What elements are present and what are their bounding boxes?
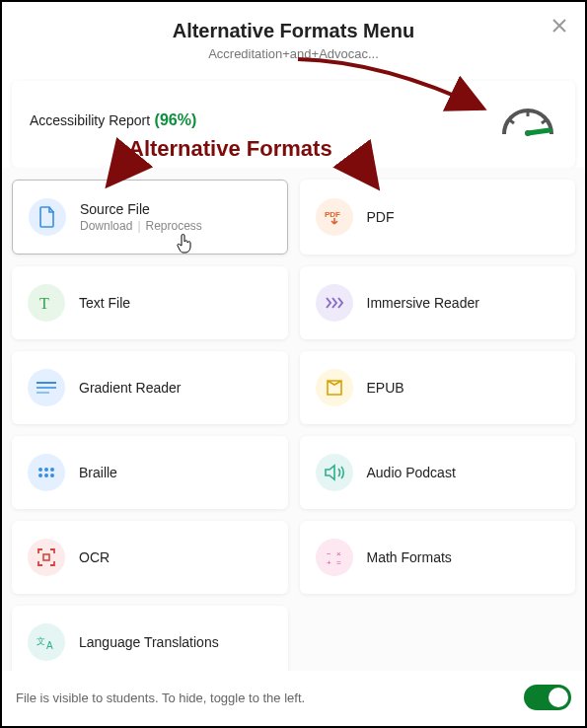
format-pdf[interactable]: PDF PDF <box>300 180 576 255</box>
svg-text:×: × <box>336 549 341 558</box>
format-label: PDF <box>367 209 395 225</box>
format-language-translations[interactable]: 文A Language Translations <box>12 606 288 679</box>
format-label: EPUB <box>367 380 404 396</box>
svg-text:文: 文 <box>37 636 45 646</box>
format-ocr[interactable]: OCR <box>12 521 288 594</box>
format-gradient-reader[interactable]: Gradient Reader <box>12 351 288 424</box>
footer: File is visible to students. To hide, to… <box>2 671 585 726</box>
svg-text:A: A <box>46 640 53 651</box>
svg-line-2 <box>510 120 514 123</box>
format-label: Immersive Reader <box>367 295 479 311</box>
format-label: OCR <box>79 549 110 565</box>
translate-icon: 文A <box>28 623 65 661</box>
format-label: Audio Podcast <box>367 465 456 480</box>
format-math[interactable]: −×+= Math Formats <box>300 521 576 594</box>
immersive-icon <box>316 284 353 322</box>
svg-rect-16 <box>43 554 49 560</box>
close-icon[interactable] <box>550 16 569 36</box>
pdf-icon: PDF <box>316 198 353 236</box>
page-title: Alternative Formats Menu <box>2 20 585 42</box>
format-sub: Download|Reprocess <box>80 219 202 233</box>
format-epub[interactable]: EPUB <box>300 351 576 424</box>
gauge-icon <box>498 101 557 140</box>
svg-line-1 <box>528 130 550 133</box>
text-icon: T <box>28 284 65 322</box>
format-immersive-reader[interactable]: Immersive Reader <box>300 266 576 339</box>
format-source-file[interactable]: Source File Download|Reprocess <box>12 180 288 255</box>
accessibility-report-label: Accessibility Report (96%) <box>30 111 196 129</box>
accessibility-report-card[interactable]: Accessibility Report (96%) <box>12 81 575 168</box>
braille-icon <box>28 454 65 491</box>
svg-text:T: T <box>39 295 49 312</box>
audio-icon <box>316 454 353 491</box>
format-braille[interactable]: Braille <box>12 436 288 509</box>
math-icon: −×+= <box>316 539 353 576</box>
svg-text:+: + <box>327 558 331 567</box>
svg-text:=: = <box>336 558 341 567</box>
format-audio-podcast[interactable]: Audio Podcast <box>300 436 576 509</box>
document-icon <box>29 198 66 236</box>
page-subtitle: Accreditation+and+Advocac... <box>2 46 585 61</box>
header: Alternative Formats Menu Accreditation+a… <box>2 2 585 67</box>
svg-text:PDF: PDF <box>325 210 340 219</box>
svg-line-4 <box>542 120 546 123</box>
source-reprocess-link[interactable]: Reprocess <box>146 219 202 233</box>
source-download-link[interactable]: Download <box>80 219 132 233</box>
svg-point-13 <box>38 473 42 477</box>
svg-point-10 <box>38 468 42 472</box>
gradient-icon <box>28 369 65 406</box>
format-text-file[interactable]: T Text File <box>12 266 288 339</box>
format-label: Gradient Reader <box>79 380 182 396</box>
svg-point-11 <box>44 468 48 472</box>
format-label: Math Formats <box>367 549 452 565</box>
footer-text: File is visible to students. To hide, to… <box>16 691 305 705</box>
ocr-icon <box>28 539 65 576</box>
formats-grid: Source File Download|Reprocess PDF PDF T… <box>2 168 585 698</box>
format-label: Braille <box>79 465 117 480</box>
format-label: Text File <box>79 295 130 311</box>
format-label: Language Translations <box>79 634 219 650</box>
svg-point-15 <box>50 473 54 477</box>
svg-point-12 <box>50 468 54 472</box>
format-label: Source File <box>80 201 202 217</box>
visibility-toggle[interactable] <box>524 685 571 710</box>
epub-icon <box>316 369 353 406</box>
svg-text:−: − <box>327 549 331 558</box>
svg-point-14 <box>44 473 48 477</box>
accessibility-report-percent: (96%) <box>155 111 197 128</box>
